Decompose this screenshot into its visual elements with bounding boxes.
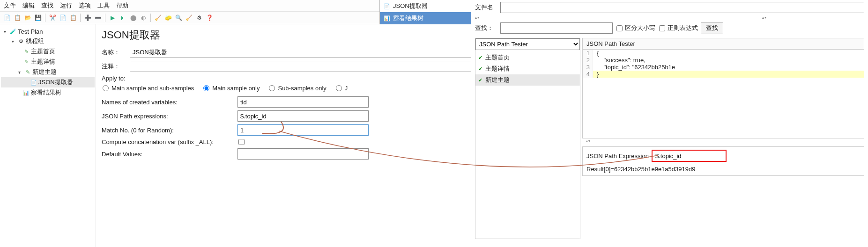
paste-icon[interactable]: 📋 [69,14,77,22]
pipette-icon: ✎ [24,69,31,75]
overlay-label: 察看结果树 [393,14,423,22]
filename-input[interactable] [500,2,864,13]
radio-input[interactable] [203,85,209,91]
radio-main-and-sub[interactable]: Main sample and sub-samples [102,85,194,92]
radio-sub-only[interactable]: Sub-samples only [268,85,326,92]
grip-handle[interactable]: ▴▾ [582,138,864,144]
clear-all-icon[interactable]: 🧽 [164,14,172,22]
tree-results-tree[interactable]: 📊 察看结果树 [1,87,95,98]
code-line: { [593,50,599,57]
cut-icon[interactable]: ✂️ [48,14,57,22]
minus-icon[interactable]: ➖ [94,14,102,22]
function-helper-icon[interactable]: ⚙ [195,14,203,22]
find-button[interactable]: 查找 [701,22,723,34]
collapse-icon[interactable]: ▾ [4,29,8,34]
templates-icon[interactable]: 📋 [13,14,22,22]
tab-json-path-tester[interactable]: JSON Path Tester [582,38,864,50]
grip-handle[interactable]: ▴▾ ▴▾ [471,15,868,20]
radio-input[interactable] [269,85,275,91]
separator [150,14,151,22]
menu-search[interactable]: 查找 [41,1,53,10]
stop-icon[interactable]: ⬤ [129,14,137,22]
results-panel: 文件名 ▴▾ [471,0,868,247]
concat-checkbox[interactable] [238,139,245,145]
clear-icon[interactable]: 🧹 [154,14,162,22]
overlay-item-results-tree[interactable]: 📊 察看结果树 [380,12,473,24]
extractor-icon: 📄 [384,3,390,9]
default-input[interactable] [237,148,369,160]
overlay-item-extractor[interactable]: 📄 JSON提取器 [380,0,473,12]
menu-help[interactable]: 帮助 [116,1,128,10]
concat-label: Compute concatenation var (suffix _ALL): [102,138,237,145]
tree-label: JSON提取器 [38,78,73,87]
sample-item-1[interactable]: ✔主题首页 [475,52,580,63]
menu-options[interactable]: 选项 [79,1,91,10]
copy-icon[interactable]: 📄 [59,14,67,22]
sample-list: JSON Path Tester ✔主题首页 ✔主题详情 ✔新建主题 [475,38,580,239]
test-plan-tree[interactable]: ▾ 🧪 Test Plan ▾ ⚙ 线程组 ✎ 主题首页 ✎ 主题详情 ▾ ✎ … [0,24,96,247]
radio-input[interactable] [103,85,109,91]
json-path-result: Result[0]=62342bb25b1e9e1a5d3919d9 [586,166,860,173]
filename-label: 文件名 [475,3,497,12]
sample-item-3[interactable]: ✔新建主题 [475,74,580,86]
collapse-icon[interactable]: ▾ [18,70,23,75]
new-icon[interactable]: 📄 [3,14,11,22]
open-icon[interactable]: 📂 [23,14,32,22]
sample-item-2[interactable]: ✔主题详情 [475,63,580,74]
tree-json-extractor[interactable]: 📄 JSON提取器 [1,77,95,87]
tree-sampler-2[interactable]: ✎ 主题详情 [1,57,95,67]
start-icon[interactable]: ▶ [108,14,117,22]
match-input[interactable] [237,124,369,136]
find-label: 查找： [475,24,497,32]
tree-label: 主题首页 [31,47,55,56]
find-input[interactable] [500,22,613,34]
tree-sampler-1[interactable]: ✎ 主题首页 [1,46,95,57]
vars-input[interactable] [237,96,369,108]
menu-tools[interactable]: 工具 [97,1,110,10]
radio-jmeter-var[interactable]: J [335,85,348,92]
path-label: JSON Path expressions: [102,113,237,120]
tree-label: 线程组 [26,37,44,45]
comment-label: 注释： [102,62,130,71]
code-line: } [593,71,599,78]
tree-label: 新建主题 [32,68,57,76]
tree-test-plan[interactable]: ▾ 🧪 Test Plan [1,27,95,36]
case-checkbox[interactable]: 区分大小写 [616,24,655,32]
menu-edit[interactable]: 编辑 [22,1,35,10]
help-icon[interactable]: ❓ [205,14,214,22]
regex-checkbox[interactable]: 正则表达式 [658,24,698,32]
start-no-timers-icon[interactable]: ⏵ [119,14,127,22]
match-label: Match No. (0 for Random): [102,127,237,134]
overlay-label: JSON提取器 [393,2,428,10]
code-line: "topic_id": "62342bb25b1e [593,64,675,71]
separator [80,14,81,22]
renderer-select[interactable]: JSON Path Tester [475,38,580,50]
save-icon[interactable]: 💾 [34,14,42,22]
success-icon: ✔ [478,66,482,72]
radio-input[interactable] [336,85,342,91]
gear-icon: ⚙ [18,38,24,44]
shutdown-icon[interactable]: ◐ [139,14,148,22]
path-input[interactable] [237,110,369,122]
json-path-tester: JSON Path Expression Result[0]=62342bb25… [582,146,864,176]
collapse-icon[interactable]: ▾ [12,39,16,44]
menu-run[interactable]: 运行 [60,1,72,10]
search-icon[interactable]: 🔍 [174,14,183,22]
extractor-icon: 📄 [30,79,37,86]
json-path-expression-label: JSON Path Expression [586,153,649,160]
name-label: 名称： [102,48,130,57]
reset-search-icon[interactable]: 🧹 [185,14,193,22]
response-body[interactable]: 1{ 2 "success": true, 3 "topic_id": "623… [582,50,864,138]
radio-main-only[interactable]: Main sample only [202,85,260,92]
vars-label: Names of created variables: [102,99,237,106]
tree-label: Test Plan [18,28,43,35]
tree-label: 主题详情 [31,58,55,66]
code-line: "success": true, [593,57,645,64]
menu-file[interactable]: 文件 [4,1,16,10]
tree-new-topic[interactable]: ▾ ✎ 新建主题 [1,67,95,77]
tree-label: 察看结果树 [31,88,61,97]
tree-thread-group[interactable]: ▾ ⚙ 线程组 [1,36,95,46]
plus-icon[interactable]: ➕ [83,14,92,22]
json-path-expression-input[interactable] [652,150,727,162]
chart-icon: 📊 [384,15,390,22]
